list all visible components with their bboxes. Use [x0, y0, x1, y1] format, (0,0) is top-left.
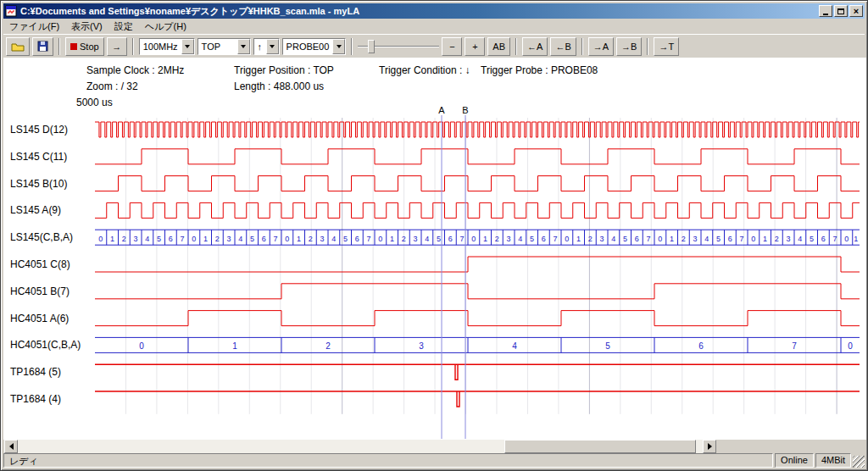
window-title: C:¥Documents and Settings¥noname¥デスクトップ¥…: [20, 5, 819, 18]
svg-text:4: 4: [145, 235, 149, 243]
app-icon: [5, 5, 17, 17]
svg-text:4: 4: [518, 235, 522, 243]
svg-text:1: 1: [854, 235, 858, 243]
svg-text:3: 3: [419, 341, 424, 351]
channel-label: HC4051 C(8): [10, 258, 70, 270]
svg-text:1: 1: [390, 235, 394, 243]
run-button[interactable]: →: [107, 37, 127, 56]
menu-file[interactable]: ファイル(F): [3, 19, 65, 35]
channel-label: LS145(C,B,A): [10, 231, 73, 243]
goto-cursor-b-right-button[interactable]: →B: [616, 37, 642, 56]
trigger-probe-value: PROBE00: [283, 42, 333, 52]
status-bar: レディ Online 4MBit: [3, 452, 865, 468]
svg-text:7: 7: [833, 235, 837, 243]
open-folder-icon: [11, 42, 25, 52]
trigger-position-select[interactable]: TOP: [198, 38, 251, 55]
svg-text:7: 7: [274, 235, 278, 243]
stop-icon: [70, 43, 77, 50]
save-floppy-icon: [37, 41, 48, 52]
channel-label: LS145 C(11): [10, 151, 67, 163]
zoom-in-button[interactable]: +: [465, 37, 485, 56]
trigger-probe-select[interactable]: PROBE00: [282, 38, 347, 55]
scrollbar-thumb[interactable]: [504, 440, 696, 453]
svg-text:2: 2: [682, 235, 686, 243]
trigger-position-value: TOP: [198, 42, 237, 52]
scrollbar-track[interactable]: [18, 440, 703, 453]
maximize-button[interactable]: [834, 5, 848, 17]
chevron-down-icon: [266, 39, 279, 54]
svg-text:1: 1: [297, 235, 301, 243]
minimize-button[interactable]: [819, 5, 832, 17]
svg-text:0: 0: [139, 341, 144, 351]
svg-text:2: 2: [495, 235, 499, 243]
svg-text:5: 5: [530, 235, 534, 243]
trigger-condition-info: Trigger Condition : ↓: [379, 64, 470, 76]
app-window: C:¥Documents and Settings¥noname¥デスクトップ¥…: [0, 0, 868, 471]
svg-text:7: 7: [460, 235, 465, 243]
svg-text:B: B: [462, 105, 468, 115]
svg-text:4: 4: [238, 235, 242, 243]
svg-text:5: 5: [250, 235, 254, 243]
horizontal-scrollbar[interactable]: [4, 440, 716, 453]
chevron-down-icon: [181, 39, 194, 54]
svg-text:3: 3: [787, 235, 791, 243]
svg-text:3: 3: [414, 235, 418, 243]
menu-view[interactable]: 表示(V): [65, 19, 108, 35]
svg-text:2: 2: [309, 235, 313, 243]
goto-cursor-a-left-button[interactable]: ←A: [522, 37, 548, 56]
svg-text:1: 1: [203, 235, 208, 243]
svg-text:1: 1: [232, 341, 237, 351]
chevron-down-icon: [237, 39, 250, 54]
length-info: Length : 488.000 us: [234, 80, 324, 92]
svg-text:0: 0: [658, 235, 662, 243]
toolbar-separator: [647, 38, 648, 55]
toolbar-separator: [515, 38, 517, 55]
title-bar[interactable]: C:¥Documents and Settings¥noname¥デスクトップ¥…: [3, 3, 865, 19]
svg-text:0: 0: [751, 235, 755, 243]
stop-button[interactable]: Stop: [65, 37, 104, 56]
toolbar: Stop → 100MHz TOP ↑ PROBE00 − + AB ←A ←B: [3, 34, 865, 58]
channel-label: LS145 D(12): [10, 124, 68, 136]
menu-bar: ファイル(F) 表示(V) 設定 ヘルプ(H): [3, 19, 865, 34]
channel-label: TP1684 (5): [10, 366, 61, 378]
svg-text:4: 4: [611, 235, 615, 243]
svg-text:7: 7: [367, 235, 371, 243]
scroll-left-button[interactable]: [4, 440, 18, 453]
toolbar-separator: [58, 38, 60, 55]
menu-settings[interactable]: 設定: [108, 19, 139, 35]
toolbar-separator: [351, 38, 353, 55]
trigger-edge-value: ↑: [254, 42, 266, 52]
stop-label: Stop: [80, 42, 99, 52]
resize-grip[interactable]: [853, 456, 865, 468]
arrow-left-icon: [6, 443, 14, 450]
goto-trigger-button[interactable]: →T: [654, 37, 679, 56]
sample-clock-info: Sample Clock : 2MHz: [86, 64, 184, 76]
svg-text:0: 0: [285, 235, 289, 243]
zoom-out-button[interactable]: −: [442, 37, 462, 56]
svg-text:6: 6: [355, 235, 359, 243]
slider-thumb[interactable]: [368, 40, 375, 53]
svg-text:0: 0: [565, 235, 569, 243]
svg-text:0: 0: [98, 235, 103, 243]
open-button[interactable]: [6, 37, 30, 56]
svg-text:0: 0: [848, 341, 853, 351]
close-button[interactable]: ×: [849, 5, 863, 17]
scroll-right-button[interactable]: [703, 440, 716, 453]
chevron-down-icon: [332, 39, 345, 54]
svg-text:6: 6: [262, 235, 266, 243]
zoom-slider[interactable]: [358, 38, 439, 55]
sample-clock-select[interactable]: 100MHz: [139, 38, 195, 55]
goto-cursor-a-right-button[interactable]: →A: [588, 37, 614, 56]
menu-help[interactable]: ヘルプ(H): [139, 19, 192, 35]
svg-text:0: 0: [378, 235, 382, 243]
svg-text:5: 5: [157, 235, 161, 243]
waveform-plot[interactable]: 0123456701234567012345670123456701234567…: [95, 103, 860, 440]
svg-text:2: 2: [122, 235, 126, 243]
svg-text:1: 1: [483, 235, 487, 243]
zoom-ab-button[interactable]: AB: [487, 37, 510, 56]
svg-text:5: 5: [810, 235, 814, 243]
svg-text:7: 7: [740, 235, 744, 243]
save-button[interactable]: [32, 37, 53, 56]
trigger-edge-select[interactable]: ↑: [253, 38, 280, 55]
goto-cursor-b-left-button[interactable]: ←B: [550, 37, 576, 56]
